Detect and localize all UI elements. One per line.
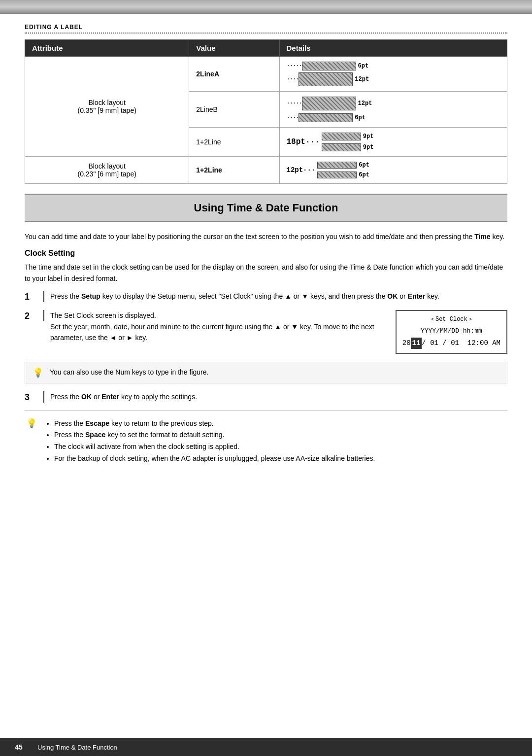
value-cell-2linea: 2LineA: [189, 57, 279, 92]
clock-screen-format: YYYY/MM/DD hh:mm: [402, 326, 500, 337]
details-cell-2linea: ····· 6pt ···· 12pt: [279, 57, 507, 92]
details-cell-1plus2line-6mm: 12pt··· 6pt 6pt: [279, 157, 507, 184]
tape-hatch-1plus2line-top: [322, 133, 361, 140]
value-cell-1plus2line-9mm: 1+2Line: [189, 128, 279, 157]
top-bar: [0, 0, 532, 14]
note-item: The clock will activate from when the cl…: [54, 441, 375, 453]
attribute-cell-1: Block layout (0.35" [9 mm] tape): [25, 57, 189, 157]
notes-box: 💡 Press the Escape key to return to the …: [25, 411, 507, 465]
note-item: Press the Escape key to return to the pr…: [54, 418, 375, 430]
footer-page-number: 45: [10, 743, 28, 751]
tape-hatch-2linea-top: [302, 62, 356, 70]
value-cell-2lineb: 2LineB: [189, 92, 279, 128]
tape-hatch-2lineb-bottom: [299, 113, 353, 122]
clock-setting-text: The time and date set in the clock setti…: [25, 262, 507, 284]
tape-hatch-2lineb-top: [302, 97, 356, 110]
col-header-attribute: Attribute: [25, 40, 189, 57]
tip-box: 💡 You can also use the Num keys to type …: [25, 362, 507, 383]
value-cell-1plus2line-6mm: 1+2Line: [189, 157, 279, 184]
tape-hatch-6mm-top: [317, 162, 357, 169]
col-header-details: Details: [279, 40, 507, 57]
step-3-number: 3: [25, 391, 44, 403]
step-2-text: The Set Clock screen is displayed. Set t…: [50, 310, 386, 343]
intro-text: You can add time and date to your label …: [25, 231, 507, 242]
clock-setting-heading: Clock Setting: [25, 249, 507, 258]
tape-hatch-6mm-bottom: [317, 172, 357, 178]
clock-screen-value: 2011/ 01 / 01 12:00 AM: [402, 338, 500, 348]
col-header-value: Value: [189, 40, 279, 57]
table-row: Block layout (0.35" [9 mm] tape) 2LineA …: [25, 57, 507, 92]
step-2-block: 2 The Set Clock screen is displayed. Set…: [25, 310, 507, 353]
step-1-block: 1 Press the Setup key to display the Set…: [25, 291, 507, 302]
step-3-content: Press the OK or Enter key to apply the s…: [50, 391, 507, 402]
footer: 45 Using Time & Date Function: [0, 738, 532, 756]
footer-title: Using Time & Date Function: [37, 744, 117, 751]
step-2-content: The Set Clock screen is displayed. Set t…: [50, 310, 507, 353]
notes-icon: 💡: [25, 418, 38, 429]
note-item: For the backup of clock setting, when th…: [54, 453, 375, 465]
step-2-number: 2: [25, 310, 44, 321]
divider: [25, 33, 507, 34]
tape-hatch-1plus2line-bottom: [322, 143, 361, 151]
tip-text: You can also use the Num keys to type in…: [50, 367, 208, 378]
clock-screen-highlighted: 11: [411, 338, 422, 348]
section-heading: EDITING A LABEL: [25, 24, 507, 31]
notes-list: Press the Escape key to return to the pr…: [44, 418, 375, 465]
attribute-cell-2: Block layout (0.23" [6 mm] tape): [25, 157, 189, 184]
details-cell-1plus2line-9mm: 18pt··· 9pt 9pt: [279, 128, 507, 157]
details-cell-2lineb: ····· 12pt ···· 6pt: [279, 92, 507, 128]
clock-screen: ＜Set Clock＞ YYYY/MM/DD hh:mm 2011/ 01 / …: [396, 310, 507, 353]
step-3-block: 3 Press the OK or Enter key to apply the…: [25, 391, 507, 403]
step-1-content: Press the Setup key to display the Setup…: [50, 291, 507, 302]
table-row: Block layout (0.23" [6 mm] tape) 1+2Line…: [25, 157, 507, 184]
attribute-table: Attribute Value Details Block layout (0.…: [25, 39, 507, 184]
tip-icon: 💡: [32, 367, 44, 378]
note-item: Press the Space key to set the format to…: [54, 429, 375, 441]
tape-hatch-2linea-bottom: [299, 72, 353, 86]
step-1-number: 1: [25, 291, 44, 302]
section-title-banner: Using Time & Date Function: [25, 194, 507, 222]
clock-screen-title: ＜Set Clock＞: [402, 315, 500, 324]
